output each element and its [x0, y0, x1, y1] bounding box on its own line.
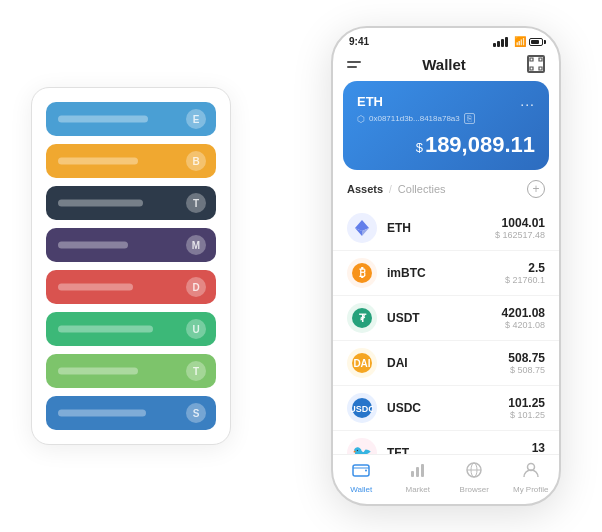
svg-text:₿: ₿ — [359, 266, 366, 280]
card-icon: S — [186, 403, 206, 423]
assets-separator: / — [389, 184, 392, 195]
asset-amount-usdt: 4201.08 — [502, 306, 545, 320]
card-item[interactable]: T — [46, 186, 216, 220]
asset-icon-usdc: USDC — [347, 393, 377, 423]
asset-usd-eth: $ 162517.48 — [495, 230, 545, 240]
asset-info-usdc: USDC — [387, 401, 508, 415]
menu-icon[interactable] — [347, 61, 361, 68]
svg-text:DAI: DAI — [353, 358, 370, 369]
asset-info-imbtc: imBTC — [387, 266, 505, 280]
battery-icon — [529, 38, 543, 46]
asset-name-eth: ETH — [387, 221, 495, 235]
card-item[interactable]: T — [46, 354, 216, 388]
asset-icon-eth — [347, 213, 377, 243]
asset-info-dai: DAI — [387, 356, 508, 370]
wallet-nav-label: Wallet — [350, 485, 372, 494]
eth-address-icon: ⬡ — [357, 114, 365, 124]
wifi-icon: 📶 — [514, 36, 526, 47]
asset-row-usdt[interactable]: ₮ USDT 4201.08 $ 4201.08 — [333, 296, 559, 341]
asset-row-tft[interactable]: 🐦 TFT 13 0 — [333, 431, 559, 454]
asset-amount-tft: 13 — [532, 441, 545, 454]
asset-amount-usdc: 101.25 — [508, 396, 545, 410]
bottom-nav: Wallet Market Browser — [333, 454, 559, 504]
asset-row-eth[interactable]: ETH 1004.01 $ 162517.48 — [333, 206, 559, 251]
asset-usd-usdc: $ 101.25 — [508, 410, 545, 420]
nav-item-market[interactable]: Market — [390, 461, 447, 494]
market-nav-icon — [409, 461, 427, 483]
asset-row-usdc[interactable]: USDC USDC 101.25 $ 101.25 — [333, 386, 559, 431]
eth-address: ⬡ 0x08711d3b...8418a78a3 ⎘ — [357, 113, 535, 124]
card-icon: T — [186, 361, 206, 381]
asset-amount-eth: 1004.01 — [495, 216, 545, 230]
asset-name-usdt: USDT — [387, 311, 502, 325]
card-icon: M — [186, 235, 206, 255]
eth-card-header: ETH ... — [357, 93, 535, 109]
asset-row-dai[interactable]: DAI DAI 508.75 $ 508.75 — [333, 341, 559, 386]
card-item[interactable]: E — [46, 102, 216, 136]
copy-icon[interactable]: ⎘ — [464, 113, 475, 124]
asset-icon-tft: 🐦 — [347, 438, 377, 454]
nav-item-browser[interactable]: Browser — [446, 461, 503, 494]
asset-values-usdc: 101.25 $ 101.25 — [508, 396, 545, 420]
asset-values-eth: 1004.01 $ 162517.48 — [495, 216, 545, 240]
card-icon: B — [186, 151, 206, 171]
card-item[interactable]: U — [46, 312, 216, 346]
svg-rect-14 — [421, 464, 424, 477]
eth-amount-value: 189,089.11 — [425, 132, 535, 157]
card-item[interactable]: S — [46, 396, 216, 430]
card-icon: E — [186, 109, 206, 129]
asset-usd-usdt: $ 4201.08 — [502, 320, 545, 330]
card-item[interactable]: M — [46, 228, 216, 262]
phone-header: Wallet — [333, 51, 559, 81]
asset-name-dai: DAI — [387, 356, 508, 370]
wallet-nav-icon — [352, 461, 370, 483]
svg-text:USDC: USDC — [351, 404, 373, 414]
assets-tab-collecties[interactable]: Collecties — [398, 183, 446, 195]
status-bar: 9:41 📶 — [333, 28, 559, 51]
asset-info-usdt: USDT — [387, 311, 502, 325]
card-icon: U — [186, 319, 206, 339]
asset-values-usdt: 4201.08 $ 4201.08 — [502, 306, 545, 330]
svg-text:₮: ₮ — [359, 312, 367, 324]
browser-nav-icon — [465, 461, 483, 483]
eth-card[interactable]: ETH ... ⬡ 0x08711d3b...8418a78a3 ⎘ $189,… — [343, 81, 549, 170]
dots-menu[interactable]: ... — [520, 93, 535, 109]
asset-amount-imbtc: 2.5 — [505, 261, 545, 275]
card-stack: E B T M D U T S — [31, 87, 231, 445]
asset-name-tft: TFT — [387, 446, 532, 454]
eth-amount: $189,089.11 — [357, 132, 535, 158]
eth-label: ETH — [357, 94, 383, 109]
card-item[interactable]: D — [46, 270, 216, 304]
asset-icon-imbtc: ₿ — [347, 258, 377, 288]
add-asset-button[interactable]: + — [527, 180, 545, 198]
asset-name-imbtc: imBTC — [387, 266, 505, 280]
asset-values-dai: 508.75 $ 508.75 — [508, 351, 545, 375]
nav-item-wallet[interactable]: Wallet — [333, 461, 390, 494]
scan-icon[interactable] — [527, 55, 545, 73]
eth-currency-symbol: $ — [416, 140, 423, 155]
asset-row-imbtc[interactable]: ₿ imBTC 2.5 $ 21760.1 — [333, 251, 559, 296]
status-icons: 📶 — [493, 36, 543, 47]
scene: E B T M D U T S — [21, 16, 581, 516]
assets-tabs: Assets / Collecties — [347, 183, 446, 195]
asset-info-eth: ETH — [387, 221, 495, 235]
phone-mockup: 9:41 📶 Wallet — [331, 26, 561, 506]
signal-icon — [493, 37, 508, 47]
svg-rect-12 — [411, 471, 414, 477]
page-title: Wallet — [422, 56, 466, 73]
card-icon: D — [186, 277, 206, 297]
card-icon: T — [186, 193, 206, 213]
browser-nav-label: Browser — [460, 485, 489, 494]
asset-values-imbtc: 2.5 $ 21760.1 — [505, 261, 545, 285]
svg-rect-13 — [416, 467, 419, 477]
asset-info-tft: TFT — [387, 446, 532, 454]
asset-icon-dai: DAI — [347, 348, 377, 378]
card-item[interactable]: B — [46, 144, 216, 178]
asset-usd-imbtc: $ 21760.1 — [505, 275, 545, 285]
assets-tab-active[interactable]: Assets — [347, 183, 383, 195]
asset-values-tft: 13 0 — [532, 441, 545, 454]
phone-content: ETH ... ⬡ 0x08711d3b...8418a78a3 ⎘ $189,… — [333, 81, 559, 504]
asset-icon-usdt: ₮ — [347, 303, 377, 333]
nav-item-profile[interactable]: My Profile — [503, 461, 560, 494]
asset-name-usdc: USDC — [387, 401, 508, 415]
